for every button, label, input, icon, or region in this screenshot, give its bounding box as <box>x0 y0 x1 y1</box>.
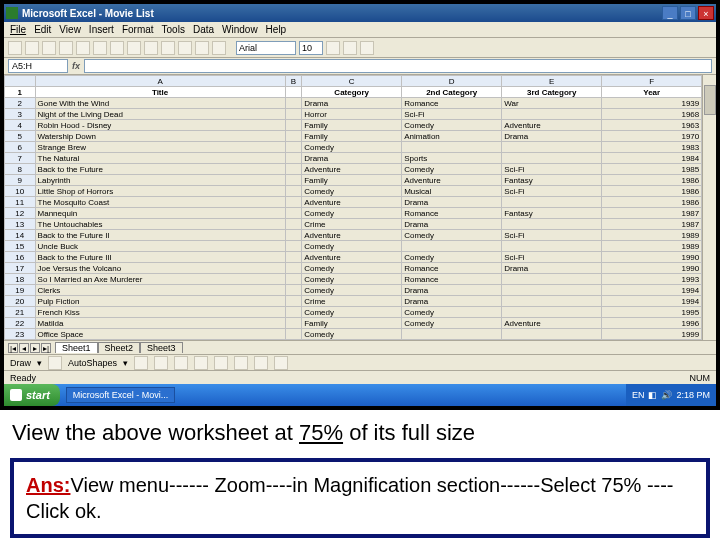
spreadsheet-grid[interactable]: A B C D E F 1TitleCategory2nd Category3r… <box>4 75 702 340</box>
table-row[interactable]: 8Back to the FutureAdventureComedySci-Fi… <box>5 164 702 175</box>
font-selector[interactable]: Arial <box>236 41 296 55</box>
underline-icon[interactable] <box>360 41 374 55</box>
menubar: File Edit View Insert Format Tools Data … <box>4 22 716 38</box>
menu-edit[interactable]: Edit <box>34 24 51 35</box>
tray-volume-icon[interactable]: 🔊 <box>661 390 672 400</box>
vertical-scrollbar[interactable] <box>702 75 716 340</box>
preview-icon[interactable] <box>76 41 90 55</box>
col-E[interactable]: E <box>502 76 602 87</box>
line-icon[interactable] <box>134 356 148 370</box>
tab-first-icon[interactable]: |◂ <box>8 343 18 353</box>
select-arrow-icon[interactable] <box>48 356 62 370</box>
tab-last-icon[interactable]: ▸| <box>41 343 51 353</box>
table-row[interactable]: 15Uncle BuckComedy1989 <box>5 241 702 252</box>
question-percent: 75% <box>299 420 343 445</box>
draw-menu[interactable]: Draw <box>10 358 31 368</box>
name-box[interactable] <box>8 59 68 73</box>
fill-color-icon[interactable] <box>254 356 268 370</box>
table-row[interactable]: 2Gone With the WindDramaRomanceWar1939 <box>5 98 702 109</box>
system-tray[interactable]: EN ◧ 🔊 2:18 PM <box>626 384 716 406</box>
sort-asc-icon[interactable] <box>178 41 192 55</box>
menu-data[interactable]: Data <box>193 24 214 35</box>
autoshapes-menu[interactable]: AutoShapes <box>68 358 117 368</box>
fx-icon[interactable]: fx <box>72 61 80 71</box>
wordart-icon[interactable] <box>234 356 248 370</box>
col-A[interactable]: A <box>35 76 285 87</box>
table-row[interactable]: 16Back to the Future IIIAdventureComedyS… <box>5 252 702 263</box>
tab-prev-icon[interactable]: ◂ <box>19 343 29 353</box>
line-color-icon[interactable] <box>274 356 288 370</box>
table-row[interactable]: 23Office SpaceComedy1999 <box>5 329 702 340</box>
lang-indicator[interactable]: EN <box>632 390 645 400</box>
tray-icon[interactable]: ◧ <box>648 390 657 400</box>
table-row[interactable]: 5Watership DownFamilyAnimationDrama1970 <box>5 131 702 142</box>
textbox-icon[interactable] <box>214 356 228 370</box>
taskbar-item-excel[interactable]: Microsoft Excel - Movi... <box>66 387 176 403</box>
answer-box: Ans:View menu------ Zoom----in Magnifica… <box>10 458 710 538</box>
undo-icon[interactable] <box>144 41 158 55</box>
menu-view[interactable]: View <box>59 24 81 35</box>
clock[interactable]: 2:18 PM <box>676 390 710 400</box>
answer-label: Ans: <box>26 474 70 496</box>
table-row[interactable]: 4Robin Hood - DisneyFamilyComedyAdventur… <box>5 120 702 131</box>
new-icon[interactable] <box>8 41 22 55</box>
col-F[interactable]: F <box>602 76 702 87</box>
formula-bar-row: fx <box>4 58 716 75</box>
table-row[interactable]: 11The Mosquito CoastAdventureDrama1986 <box>5 197 702 208</box>
col-D[interactable]: D <box>402 76 502 87</box>
table-row[interactable]: 6Strange BrewComedy1983 <box>5 142 702 153</box>
cut-icon[interactable] <box>93 41 107 55</box>
table-row[interactable]: 9LabyrinthFamilyAdventureFantasy1986 <box>5 175 702 186</box>
sort-desc-icon[interactable] <box>195 41 209 55</box>
tab-next-icon[interactable]: ▸ <box>30 343 40 353</box>
sheet-tab-2[interactable]: Sheet2 <box>98 342 141 353</box>
oval-icon[interactable] <box>194 356 208 370</box>
table-header-row[interactable]: 1TitleCategory2nd Category3rd CategoryYe… <box>5 87 702 98</box>
column-headers[interactable]: A B C D E F <box>5 76 702 87</box>
close-button[interactable]: × <box>698 6 714 20</box>
paste-icon[interactable] <box>127 41 141 55</box>
menu-insert[interactable]: Insert <box>89 24 114 35</box>
menu-window[interactable]: Window <box>222 24 258 35</box>
table-row[interactable]: 21French KissComedyComedy1995 <box>5 307 702 318</box>
menu-help[interactable]: Help <box>266 24 287 35</box>
rect-icon[interactable] <box>174 356 188 370</box>
table-row[interactable]: 22MatildaFamilyComedyAdventure1996 <box>5 318 702 329</box>
start-button[interactable]: start <box>4 384 60 406</box>
bold-icon[interactable] <box>326 41 340 55</box>
table-row[interactable]: 18So I Married an Axe MurdererComedyRoma… <box>5 274 702 285</box>
save-icon[interactable] <box>42 41 56 55</box>
open-icon[interactable] <box>25 41 39 55</box>
table-row[interactable]: 13The UntouchablesCrimeDrama1987 <box>5 219 702 230</box>
menu-tools[interactable]: Tools <box>162 24 185 35</box>
redo-icon[interactable] <box>161 41 175 55</box>
copy-icon[interactable] <box>110 41 124 55</box>
sheet-tab-3[interactable]: Sheet3 <box>140 342 183 353</box>
menu-file[interactable]: File <box>10 24 26 35</box>
sheet-tab-1[interactable]: Sheet1 <box>55 342 98 353</box>
maximize-button[interactable]: □ <box>680 6 696 20</box>
italic-icon[interactable] <box>343 41 357 55</box>
table-row[interactable]: 10Little Shop of HorrorsComedyMusicalSci… <box>5 186 702 197</box>
table-row[interactable]: 12MannequinComedyRomanceFantasy1987 <box>5 208 702 219</box>
scrollbar-thumb[interactable] <box>704 85 716 115</box>
table-row[interactable]: 19ClerksComedyDrama1994 <box>5 285 702 296</box>
sheet-tab-bar: |◂ ◂ ▸ ▸| Sheet1 Sheet2 Sheet3 <box>4 340 716 354</box>
select-all-corner[interactable] <box>5 76 36 87</box>
table-row[interactable]: 20Pulp FictionCrimeDrama1994 <box>5 296 702 307</box>
table-row[interactable]: 7The NaturalDramaSports1984 <box>5 153 702 164</box>
col-B[interactable]: B <box>285 76 302 87</box>
menu-format[interactable]: Format <box>122 24 154 35</box>
standard-toolbar: Arial 10 <box>4 38 716 58</box>
print-icon[interactable] <box>59 41 73 55</box>
fontsize-selector[interactable]: 10 <box>299 41 323 55</box>
formula-bar[interactable] <box>84 59 712 73</box>
chart-icon[interactable] <box>212 41 226 55</box>
arrow-icon[interactable] <box>154 356 168 370</box>
table-row[interactable]: 3Night of the Living DeadHorrorSci-Fi196… <box>5 109 702 120</box>
minimize-button[interactable]: _ <box>662 6 678 20</box>
worksheet-area: A B C D E F 1TitleCategory2nd Category3r… <box>4 75 716 340</box>
col-C[interactable]: C <box>302 76 402 87</box>
table-row[interactable]: 14Back to the Future IIAdventureComedySc… <box>5 230 702 241</box>
table-row[interactable]: 17Joe Versus the VolcanoComedyRomanceDra… <box>5 263 702 274</box>
